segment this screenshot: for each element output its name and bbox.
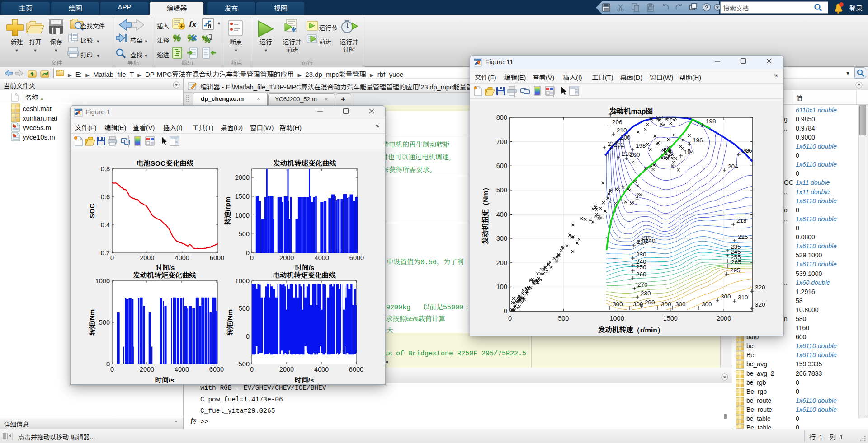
svg-text:4000: 4000	[175, 254, 189, 261]
svg-text:600: 600	[496, 162, 507, 169]
svg-text:0: 0	[246, 249, 250, 256]
svg-text:0: 0	[110, 254, 114, 261]
svg-text:295: 295	[730, 267, 741, 274]
svg-text:0.2: 0.2	[101, 249, 110, 256]
svg-text:225: 225	[738, 233, 748, 240]
svg-text:1500: 1500	[663, 315, 678, 322]
svg-text:210: 210	[617, 127, 627, 134]
svg-text:800: 800	[496, 114, 507, 121]
svg-text:700: 700	[496, 138, 507, 145]
svg-text:4000: 4000	[175, 366, 189, 373]
svg-text:电动机转矩变化曲线: 电动机转矩变化曲线	[273, 270, 336, 280]
svg-text:320: 320	[755, 301, 765, 308]
svg-text:196: 196	[693, 137, 703, 144]
svg-text:转矩/Nm: 转矩/Nm	[87, 309, 96, 336]
svg-text:时间/s: 时间/s	[155, 375, 175, 384]
svg-text:200: 200	[630, 151, 640, 158]
svg-text:6000: 6000	[349, 254, 364, 261]
svg-text:1000: 1000	[235, 277, 250, 284]
svg-text:1000: 1000	[235, 212, 250, 219]
svg-text:300: 300	[675, 301, 686, 308]
svg-text:300: 300	[702, 301, 712, 308]
svg-text:230: 230	[636, 251, 646, 258]
svg-text:4000: 4000	[315, 254, 329, 261]
svg-text:300: 300	[661, 301, 671, 308]
svg-text:4000: 4000	[314, 366, 329, 373]
svg-text:发动机转速变化曲线: 发动机转速变化曲线	[273, 158, 336, 168]
svg-text:194: 194	[684, 149, 694, 155]
svg-text:发动机转矩变化曲线: 发动机转矩变化曲线	[132, 270, 196, 280]
svg-text:250: 250	[636, 264, 646, 270]
svg-text:260: 260	[636, 271, 646, 278]
svg-text:6000: 6000	[209, 366, 224, 373]
svg-text:时间/s: 时间/s	[295, 375, 314, 384]
svg-text:6000: 6000	[349, 366, 363, 373]
svg-text:200: 200	[620, 134, 631, 141]
svg-text:6000: 6000	[210, 254, 224, 261]
svg-text:300: 300	[721, 293, 731, 300]
svg-text:2000: 2000	[140, 366, 154, 373]
svg-text:202: 202	[614, 141, 624, 148]
svg-text:500: 500	[558, 315, 569, 322]
svg-text:发动机map图: 发动机map图	[609, 106, 653, 116]
svg-text:电池SOC变化曲线: 电池SOC变化曲线	[137, 158, 194, 168]
svg-text:300: 300	[496, 235, 507, 242]
svg-text:500: 500	[99, 319, 110, 326]
svg-text:500: 500	[239, 230, 250, 238]
svg-text:270: 270	[637, 281, 648, 288]
svg-text:310: 310	[738, 294, 748, 301]
svg-text:200: 200	[496, 259, 507, 266]
svg-text:0.4: 0.4	[101, 221, 110, 228]
svg-text:0: 0	[508, 315, 512, 322]
svg-text:转矩/Nm: 转矩/Nm	[225, 309, 234, 336]
svg-text:发动机扭矩（Nm）: 发动机扭矩（Nm）	[480, 184, 490, 244]
svg-text:300: 300	[633, 301, 643, 308]
svg-text:204: 204	[728, 163, 738, 170]
svg-text:发动机转速（r/min）: 发动机转速（r/min）	[598, 324, 664, 334]
svg-text:SOC: SOC	[88, 204, 96, 219]
svg-text:2000: 2000	[235, 174, 250, 181]
svg-text:265: 265	[731, 259, 741, 266]
svg-text:0: 0	[110, 366, 114, 373]
svg-text:300: 300	[613, 301, 623, 308]
svg-text:0.8: 0.8	[101, 165, 110, 173]
svg-text:2000: 2000	[140, 254, 154, 261]
svg-text:100: 100	[496, 283, 507, 290]
svg-text:2000: 2000	[279, 254, 294, 261]
svg-text:0: 0	[106, 360, 110, 368]
svg-text:206: 206	[612, 119, 623, 126]
svg-text:8: 8	[746, 147, 750, 154]
svg-text:198: 198	[706, 118, 716, 125]
svg-text:转速/rpm: 转速/rpm	[222, 197, 232, 225]
svg-text:-500: -500	[236, 360, 250, 368]
svg-text:0.6: 0.6	[101, 193, 110, 201]
svg-text:0: 0	[250, 366, 254, 373]
svg-text:400: 400	[496, 211, 507, 218]
svg-text:0: 0	[504, 308, 507, 315]
svg-text:1500: 1500	[235, 193, 250, 200]
svg-text:500: 500	[239, 305, 250, 312]
svg-text:0: 0	[246, 333, 250, 340]
svg-text:1000: 1000	[609, 315, 624, 322]
svg-text:198: 198	[636, 142, 646, 149]
svg-text:218: 218	[736, 217, 747, 224]
svg-text:?: ?	[705, 4, 708, 11]
svg-text:290: 290	[645, 299, 655, 306]
svg-text:280: 280	[641, 290, 651, 297]
svg-text:2000: 2000	[717, 315, 731, 322]
svg-text:500: 500	[496, 187, 507, 194]
svg-text:240: 240	[645, 238, 656, 244]
svg-text:2000: 2000	[279, 366, 294, 373]
svg-text:0: 0	[250, 254, 254, 261]
svg-text:320: 320	[755, 284, 765, 291]
svg-text:1000: 1000	[95, 277, 110, 284]
